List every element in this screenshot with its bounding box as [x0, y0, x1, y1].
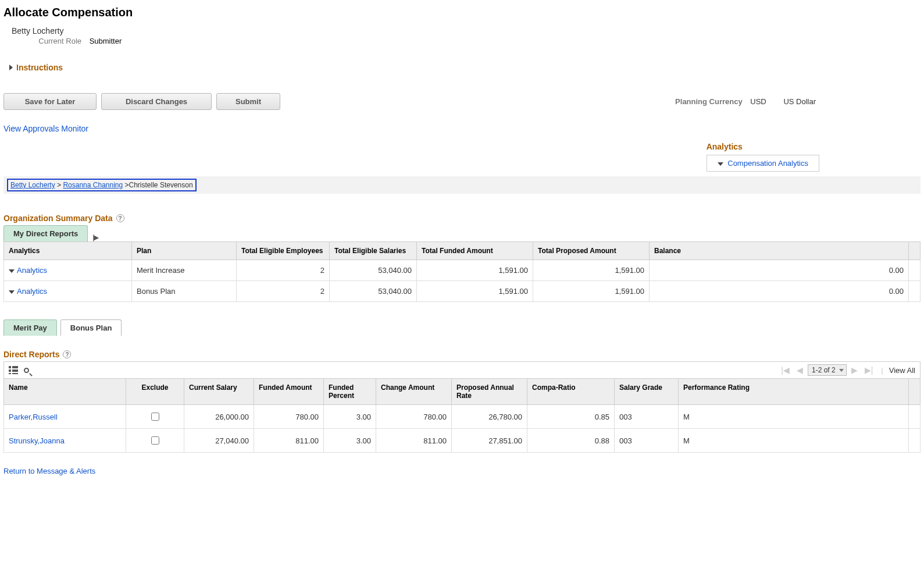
submit-button[interactable]: Submit: [216, 93, 280, 110]
tab-bonus-plan[interactable]: Bonus Plan: [60, 319, 122, 336]
cell-plan: Merit Increase: [132, 260, 237, 281]
cell-proposed-rate: 26,780.00: [452, 405, 527, 429]
help-icon[interactable]: ?: [116, 214, 124, 222]
col-funded-percent: Funded Percent: [324, 379, 376, 405]
cell-proposed: 1,591.00: [533, 260, 650, 281]
cell-funded-percent: 3.00: [324, 429, 376, 453]
show-all-columns-icon[interactable]: |▶: [92, 233, 98, 241]
cell-change-amount: 811.00: [376, 429, 452, 453]
employee-name-link[interactable]: Parker,Russell: [9, 413, 58, 421]
cell-funded-amount: 811.00: [254, 429, 324, 453]
save-for-later-button[interactable]: Save for Later: [3, 93, 97, 110]
cell-funded-percent: 3.00: [324, 405, 376, 429]
page-title: Allocate Compensation: [3, 6, 921, 19]
col-spacer: [909, 379, 921, 405]
analytics-expand-link[interactable]: Analytics: [17, 266, 47, 275]
view-approvals-link[interactable]: View Approvals Monitor: [3, 124, 921, 133]
table-row: Analytics Merit Increase 2 53,040.00 1,5…: [4, 260, 921, 281]
breadcrumb-sep: >: [57, 181, 61, 189]
page-range-select[interactable]: 1-2 of 2: [808, 364, 847, 376]
col-salaries: Total Eligible Salaries: [330, 242, 417, 260]
breadcrumb-level-1[interactable]: Betty Locherty: [10, 181, 55, 189]
currency-name: US Dollar: [783, 97, 816, 106]
first-page-button[interactable]: |◀: [779, 364, 792, 376]
help-icon[interactable]: ?: [63, 350, 71, 358]
col-plan: Plan: [132, 242, 237, 260]
cell-funded: 1,591.00: [417, 260, 533, 281]
analytics-header: Analytics: [707, 142, 819, 151]
last-page-button[interactable]: ▶|: [862, 364, 876, 376]
breadcrumb-level-3: Christelle Stevenson: [129, 181, 193, 189]
grid-toolbar: |◀ ◀ 1-2 of 2 ▶ ▶| | View All: [3, 361, 921, 378]
cell-funded-amount: 780.00: [254, 405, 324, 429]
currency-label: Planning Currency: [675, 97, 743, 106]
return-link[interactable]: Return to Message & Alerts: [3, 467, 95, 475]
cell-funded: 1,591.00: [417, 281, 533, 302]
org-summary-table: Analytics Plan Total Eligible Employees …: [3, 241, 921, 302]
cell-proposed-rate: 27,851.00: [452, 429, 527, 453]
prev-page-button[interactable]: ◀: [794, 364, 805, 376]
search-icon[interactable]: [24, 368, 29, 373]
discard-changes-button[interactable]: Discard Changes: [101, 93, 212, 110]
cell-plan: Bonus Plan: [132, 281, 237, 302]
breadcrumb: Betty Locherty > Rosanna Channing >Chris…: [3, 176, 921, 194]
cell-change-amount: 780.00: [376, 405, 452, 429]
org-summary-title: Organization Summary Data ?: [3, 214, 124, 223]
personalize-grid-icon[interactable]: [9, 366, 18, 374]
cell-perf: M: [679, 405, 909, 429]
col-proposed: Total Proposed Amount: [533, 242, 650, 260]
cell-salaries: 53,040.00: [330, 281, 417, 302]
col-name: Name: [4, 379, 126, 405]
chevron-down-icon[interactable]: [9, 290, 15, 294]
col-compa: Compa-Ratio: [527, 379, 615, 405]
col-current-salary: Current Salary: [184, 379, 254, 405]
table-row: Parker,Russell 26,000.00 780.00 3.00 780…: [4, 405, 921, 429]
view-all-link[interactable]: View All: [889, 366, 915, 375]
cell-grade: 003: [615, 405, 679, 429]
col-grade: Salary Grade: [615, 379, 679, 405]
col-analytics: Analytics: [4, 242, 132, 260]
exclude-checkbox[interactable]: [151, 413, 159, 421]
cell-balance: 0.00: [650, 260, 909, 281]
chevron-down-icon[interactable]: [9, 269, 15, 273]
compensation-analytics-link[interactable]: Compensation Analytics: [727, 159, 808, 168]
cell-compa: 0.85: [527, 405, 615, 429]
breadcrumb-level-2[interactable]: Rosanna Channing: [63, 181, 123, 189]
tab-merit-pay[interactable]: Merit Pay: [3, 319, 57, 336]
chevron-down-icon: [718, 162, 723, 166]
cell-current-salary: 27,040.00: [184, 429, 254, 453]
col-perf: Performance Rating: [679, 379, 909, 405]
cell-proposed: 1,591.00: [533, 281, 650, 302]
cell-balance: 0.00: [650, 281, 909, 302]
direct-reports-table: Name Exclude Current Salary Funded Amoun…: [3, 378, 921, 453]
cell-salaries: 53,040.00: [330, 260, 417, 281]
exclude-checkbox[interactable]: [151, 436, 159, 445]
currency-code: USD: [750, 97, 766, 106]
col-employees: Total Eligible Employees: [237, 242, 330, 260]
role-value: Submitter: [90, 37, 122, 45]
analytics-expand-link[interactable]: Analytics: [17, 287, 47, 296]
compensation-analytics-toggle[interactable]: Compensation Analytics: [707, 155, 819, 172]
user-name: Betty Locherty: [12, 26, 921, 35]
direct-reports-title: Direct Reports ?: [3, 350, 71, 359]
instructions-label: Instructions: [16, 63, 63, 72]
col-exclude: Exclude: [126, 379, 184, 405]
col-proposed-rate: Proposed Annual Rate: [452, 379, 527, 405]
col-spacer: [909, 242, 921, 260]
chevron-right-icon: [9, 65, 13, 70]
cell-employees: 2: [237, 281, 330, 302]
employee-name-link[interactable]: Strunsky,Joanna: [9, 436, 65, 445]
col-balance: Balance: [650, 242, 909, 260]
instructions-toggle[interactable]: Instructions: [9, 63, 63, 72]
cell-grade: 003: [615, 429, 679, 453]
tab-my-direct-reports[interactable]: My Direct Reports: [3, 225, 88, 241]
table-row: Analytics Bonus Plan 2 53,040.00 1,591.0…: [4, 281, 921, 302]
cell-perf: M: [679, 429, 909, 453]
table-row: Strunsky,Joanna 27,040.00 811.00 3.00 81…: [4, 429, 921, 453]
col-funded-amount: Funded Amount: [254, 379, 324, 405]
next-page-button[interactable]: ▶: [849, 364, 860, 376]
col-funded: Total Funded Amount: [417, 242, 533, 260]
role-label: Current Role: [12, 37, 81, 45]
col-change-amount: Change Amount: [376, 379, 452, 405]
breadcrumb-sep: >: [125, 181, 129, 189]
